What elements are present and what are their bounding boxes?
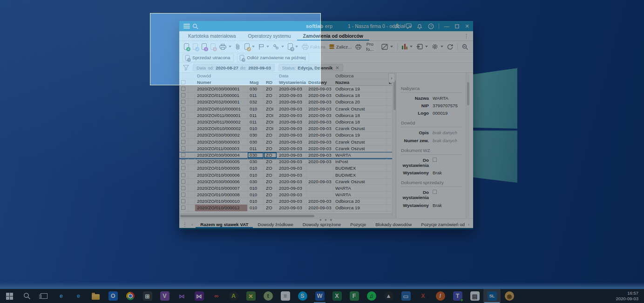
document-settings-button[interactable] bbox=[286, 42, 299, 51]
map-shield-tool-icon[interactable]: ✕ bbox=[242, 289, 259, 303]
table-row[interactable]: 2020/ZO/030/000002030ZO2020-09-032020-09… bbox=[179, 132, 392, 138]
dark-circle-app-icon[interactable]: ▲ bbox=[380, 289, 397, 303]
notepad-icon[interactable]: ≡ bbox=[277, 289, 294, 303]
links-button[interactable] bbox=[271, 43, 285, 51]
bottom-tab-menu-icon[interactable]: ⋮ bbox=[181, 222, 189, 227]
bottom-tab-dowody-sprzężone[interactable]: Dowody sprzężone bbox=[298, 220, 346, 228]
postpone-order-button[interactable]: Odłóż zamówienie na później bbox=[237, 54, 309, 62]
field-checkbox[interactable] bbox=[433, 190, 437, 194]
horizontal-scrollbar[interactable] bbox=[179, 213, 392, 218]
close-button[interactable]: ✕ bbox=[462, 21, 472, 31]
export-button[interactable] bbox=[415, 43, 429, 50]
column-header-rd[interactable]: RD bbox=[264, 79, 277, 85]
panel-expander-chevron[interactable]: › bbox=[388, 73, 395, 83]
table-row[interactable]: 2020/ZO/032/000001032ZO2020-09-032020-09… bbox=[179, 99, 392, 105]
chrome-icon[interactable] bbox=[122, 289, 139, 303]
xming-icon[interactable]: X bbox=[414, 289, 432, 303]
row-checkbox[interactable] bbox=[181, 140, 185, 144]
column-header-numer[interactable]: Numer bbox=[195, 79, 248, 85]
tab-kartoteka-materiałowa[interactable]: Kartoteka materiałowa bbox=[182, 31, 242, 41]
row-checkbox[interactable] bbox=[181, 199, 185, 203]
maximize-button[interactable] bbox=[452, 21, 461, 31]
table-row[interactable]: 2020/ZOI/010/000002010ZOI2020-09-032020-… bbox=[179, 125, 392, 132]
grid-spreadsheet-app-icon[interactable]: ▤ bbox=[466, 289, 483, 303]
tortoise-svn-icon[interactable]: t bbox=[259, 289, 277, 303]
refresh-button[interactable] bbox=[446, 43, 454, 51]
row-checkbox[interactable] bbox=[181, 159, 185, 164]
panel-scrollbar-thumb[interactable] bbox=[467, 82, 469, 105]
print-invoice-button[interactable]: Faktura bbox=[300, 43, 327, 51]
hamburger-menu-icon[interactable] bbox=[183, 24, 190, 28]
no-image-button[interactable] bbox=[380, 43, 394, 51]
delete-document-button[interactable]: × bbox=[209, 42, 217, 51]
zoom-out-search-button[interactable] bbox=[461, 43, 470, 51]
row-checkbox[interactable] bbox=[181, 93, 185, 97]
task-view-icon[interactable] bbox=[35, 289, 53, 303]
edge-icon[interactable]: e bbox=[70, 289, 87, 303]
skype-icon[interactable]: S bbox=[294, 289, 311, 303]
column-header-dostawy[interactable]: Dostawy bbox=[306, 79, 333, 85]
table-row[interactable]: 2020/ZO/010/000006010ZO2020-09-03BUDIMEX bbox=[179, 172, 392, 178]
taskbar-search-icon[interactable] bbox=[18, 289, 35, 303]
internet-explorer-icon[interactable]: e bbox=[53, 289, 70, 303]
edit-document-button[interactable] bbox=[191, 42, 199, 51]
bottom-tab-pozycje[interactable]: Pozycje bbox=[346, 220, 371, 228]
flag-button[interactable] bbox=[257, 43, 271, 51]
visual-studio-icon[interactable]: V bbox=[156, 289, 173, 303]
chart-button[interactable] bbox=[400, 43, 414, 50]
paint-palette-icon[interactable]: ◉ bbox=[501, 289, 518, 303]
table-row[interactable]: 2020/ZO/010/000007010ZO2020-09-03WARTA bbox=[179, 185, 392, 192]
row-checkbox[interactable] bbox=[181, 173, 185, 177]
table-row[interactable]: 2020/ZOI/010/000001010ZOI2020-09-032020-… bbox=[179, 106, 392, 112]
column-header-mag[interactable]: Mag bbox=[248, 79, 264, 85]
tab-overflow-menu-icon[interactable]: ⋮ bbox=[461, 31, 471, 41]
select-all-checkbox[interactable] bbox=[181, 80, 185, 84]
bottom-tabs-scroll-right-icon[interactable]: › bbox=[466, 222, 471, 227]
bottom-tabs-scroll-left-icon[interactable]: ‹ bbox=[190, 222, 195, 227]
word-icon[interactable]: W bbox=[311, 289, 328, 303]
bottom-tab-blokady-dowodów[interactable]: Blokady dowodów bbox=[371, 220, 416, 228]
column-header-nazwa[interactable]: Nazwa bbox=[333, 79, 387, 85]
microsoft-store-icon[interactable]: ⊞ bbox=[139, 289, 156, 303]
table-scrollbar-thumb[interactable] bbox=[393, 80, 396, 110]
new-document-button[interactable]: + bbox=[183, 42, 190, 51]
file-explorer-icon[interactable] bbox=[87, 289, 104, 303]
table-row[interactable]: 2020/ZO/030/000004030ZO2020-09-032020-09… bbox=[179, 152, 392, 158]
forms-diamond-icon[interactable]: F bbox=[346, 289, 363, 303]
table-row[interactable]: 2020/ZO/010/000012010ZO2020-09-032020-09… bbox=[179, 205, 392, 211]
user-icon[interactable] bbox=[392, 21, 402, 31]
table-vertical-scrollbar[interactable] bbox=[392, 73, 396, 218]
outlook-icon[interactable]: O bbox=[104, 289, 122, 303]
taskbar-clock[interactable]: 16:57 2020-09-03 bbox=[616, 290, 644, 302]
teams-icon[interactable]: T bbox=[449, 289, 466, 303]
row-checkbox[interactable] bbox=[181, 179, 185, 184]
horizontal-scrollbar-thumb[interactable] bbox=[180, 215, 314, 217]
start-button[interactable] bbox=[1, 289, 18, 303]
document-info-button[interactable]: i bbox=[200, 42, 208, 51]
row-checkbox[interactable] bbox=[181, 126, 185, 131]
spotify-icon[interactable]: ♫ bbox=[363, 289, 380, 303]
document-annotate-button[interactable] bbox=[243, 42, 256, 51]
filter-chip-date[interactable]: Dataod: 2020-08-27 do: 2020-09-03 bbox=[193, 64, 275, 71]
search-icon[interactable] bbox=[190, 21, 200, 31]
row-checkbox[interactable] bbox=[181, 186, 185, 190]
android-studio-icon[interactable]: A bbox=[225, 289, 242, 303]
row-checkbox[interactable] bbox=[181, 206, 185, 210]
settings-button[interactable] bbox=[430, 42, 445, 51]
row-checkbox[interactable] bbox=[181, 120, 185, 124]
excel-icon[interactable]: X bbox=[328, 289, 346, 303]
table-row[interactable]: 2020/ZO/030/000003030ZO2020-09-032020-09… bbox=[179, 139, 392, 145]
bottom-tab-dowody-źródłowe[interactable]: Dowody źródłowe bbox=[253, 220, 298, 228]
softlab-erp-icon[interactable]: SL bbox=[483, 289, 501, 303]
table-row[interactable]: 2020/ZO/030/000006030ZO2020-09-032020-09… bbox=[179, 179, 392, 185]
table-row[interactable]: 2020/ZOI/011/000001011ZOI2020-09-032020-… bbox=[179, 112, 392, 119]
minimize-button[interactable]: — bbox=[442, 21, 451, 31]
help-icon[interactable]: ? bbox=[426, 21, 436, 31]
orange-draw-app-icon[interactable]: / bbox=[432, 289, 449, 303]
tab-operatorzy-systemu[interactable]: Operatorzy systemu bbox=[242, 31, 297, 41]
panel-vertical-scrollbar[interactable] bbox=[466, 73, 469, 218]
attachment-button[interactable] bbox=[234, 42, 242, 51]
table-row[interactable]: 2020/ZO/011/000003011ZO2020-09-032020-09… bbox=[179, 145, 392, 152]
row-checkbox[interactable] bbox=[181, 166, 185, 170]
row-checkbox[interactable] bbox=[181, 113, 185, 117]
